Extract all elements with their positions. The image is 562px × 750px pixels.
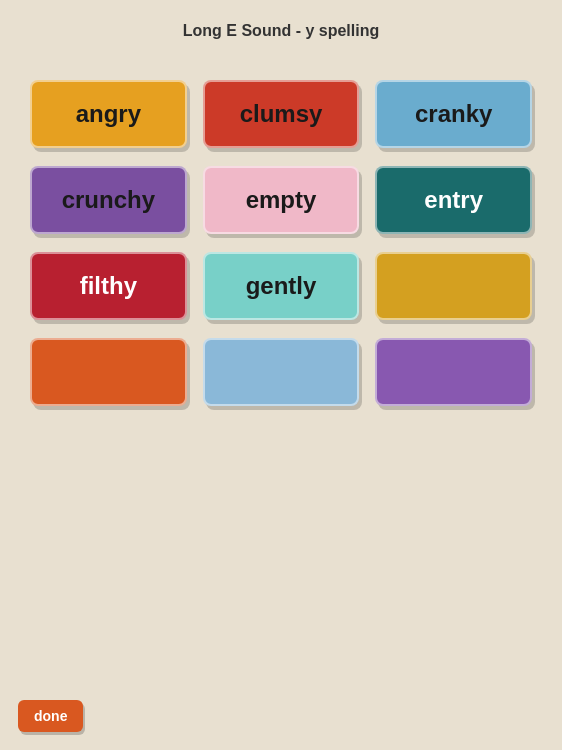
word-grid: angryclumsycrankycrunchyemptyentryfilthy… xyxy=(0,60,562,426)
word-card-blank4[interactable] xyxy=(375,338,532,406)
word-card-crunchy[interactable]: crunchy xyxy=(30,166,187,234)
done-button[interactable]: done xyxy=(18,700,83,732)
word-card-clumsy[interactable]: clumsy xyxy=(203,80,360,148)
word-card-angry[interactable]: angry xyxy=(30,80,187,148)
word-card-blank3[interactable] xyxy=(203,338,360,406)
word-card-entry[interactable]: entry xyxy=(375,166,532,234)
word-card-blank2[interactable] xyxy=(30,338,187,406)
word-card-gently[interactable]: gently xyxy=(203,252,360,320)
word-card-filthy[interactable]: filthy xyxy=(30,252,187,320)
word-card-empty[interactable]: empty xyxy=(203,166,360,234)
page-title: Long E Sound - y spelling xyxy=(0,0,562,50)
word-card-blank1[interactable] xyxy=(375,252,532,320)
word-card-cranky[interactable]: cranky xyxy=(375,80,532,148)
